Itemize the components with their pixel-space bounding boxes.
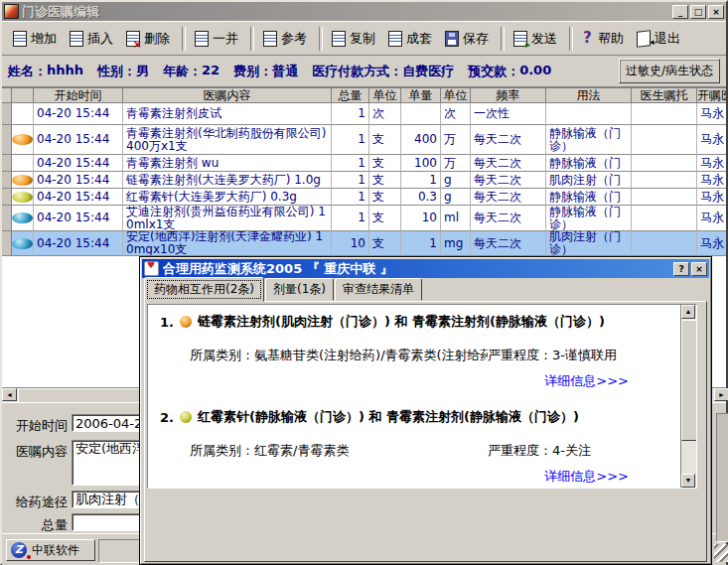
table-row[interactable]: 04-20 15:44 链霉素注射剂(大连美罗大药厂) 1.0g 1 支 1 g… [2, 172, 726, 189]
cell-usage[interactable] [546, 103, 632, 125]
cell-unit2[interactable]: ml [441, 206, 471, 231]
detail-info-link[interactable]: 详细信息>>> [158, 372, 680, 390]
cell-total[interactable]: 1 [332, 189, 369, 206]
cell-amount[interactable] [401, 103, 441, 125]
vscroll-thumb[interactable] [681, 320, 697, 441]
cell-doctor-note[interactable] [632, 155, 697, 172]
table-row[interactable]: 04-20 15:44 安定(地西泮)注射剂(天津金耀药业) 10mgx10支 … [2, 231, 726, 256]
toolbar-button[interactable]: 插入 [65, 26, 121, 52]
cell-frequency[interactable]: 每天二次 [471, 155, 546, 172]
cell-prescribing-doctor[interactable]: 马永 [697, 172, 726, 189]
cell-amount[interactable]: 10 [401, 206, 441, 231]
cell-order-content[interactable]: 青霉素注射剂(华北制药股份有限公司) 400万x1支 [123, 125, 332, 155]
toolbar-button[interactable]: 删除 [121, 26, 178, 52]
cell-frequency[interactable]: 每天二次 [471, 189, 546, 206]
cell-total[interactable]: 1 [332, 125, 369, 155]
cell-order-content[interactable]: 红霉素针(大连美罗大药厂) 0.3g [123, 189, 332, 206]
cell-unit1[interactable]: 支 [369, 155, 401, 172]
cell-usage[interactable]: 静脉输液（门 [546, 189, 632, 206]
cell-start-time[interactable]: 04-20 15:44 [34, 125, 123, 155]
cell-doctor-note[interactable] [632, 172, 697, 189]
cell-unit1[interactable]: 次 [369, 103, 401, 125]
dialog-close-button[interactable]: × [691, 262, 707, 276]
cell-amount[interactable]: 1 [401, 172, 441, 189]
toolbar-button[interactable]: 一并 [190, 26, 246, 52]
cell-amount[interactable]: 0.3 [401, 189, 441, 206]
cell-order-content[interactable]: 安定(地西泮)注射剂(天津金耀药业) 10mgx10支 [123, 231, 332, 256]
toolbar-button[interactable]: 成套 [383, 26, 440, 52]
cell-start-time[interactable]: 04-20 15:44 [34, 172, 123, 189]
cell-start-time[interactable]: 04-20 15:44 [34, 231, 123, 256]
toolbar-button[interactable]: 保存 [440, 26, 497, 52]
cell-usage[interactable]: 肌肉注射（门诊） [546, 231, 632, 256]
row-selector-cell[interactable] [2, 206, 12, 231]
toolbar-button[interactable]: 发送 [509, 26, 565, 52]
row-selector-cell[interactable] [2, 103, 12, 125]
table-row[interactable]: 04-20 15:44 红霉素针(大连美罗大药厂) 0.3g 1 支 0.3 g… [2, 189, 726, 206]
cell-prescribing-doctor[interactable]: 马永 [697, 125, 726, 155]
cell-usage[interactable]: 肌肉注射（门 [546, 172, 632, 189]
row-selector-cell[interactable] [2, 189, 12, 206]
cell-doctor-note[interactable] [632, 103, 697, 125]
row-selector-cell[interactable] [2, 231, 12, 256]
cell-prescribing-doctor[interactable]: 马永 [697, 155, 726, 172]
cell-unit1[interactable]: 支 [369, 206, 401, 231]
toolbar-button[interactable]: 参考 [258, 26, 315, 52]
cell-order-content[interactable]: 青霉素注射剂皮试 [123, 103, 332, 125]
cell-unit2[interactable]: 万 [441, 125, 471, 155]
cell-start-time[interactable]: 04-20 15:44 [34, 155, 123, 172]
cell-order-content[interactable]: 链霉素注射剂(大连美罗大药厂) 1.0g [123, 172, 332, 189]
row-selector-cell[interactable] [2, 172, 12, 189]
detail-info-link[interactable]: 详细信息>>> [158, 468, 680, 486]
toolbar-button[interactable]: 增加 [8, 26, 65, 52]
allergy-history-button[interactable]: 过敏史/病生状态 [619, 59, 720, 83]
cell-order-content[interactable]: 青霉素注射剂 wu [123, 155, 332, 172]
cell-frequency[interactable]: 每天二次 [471, 125, 546, 155]
table-row[interactable]: 04-20 15:44 艾迪注射剂(贵州益佰药业有限公司) 10mlx1支 1 … [2, 206, 726, 231]
cell-prescribing-doctor[interactable]: 马永 [697, 189, 726, 206]
cell-start-time[interactable]: 04-20 15:44 [34, 189, 123, 206]
cell-unit1[interactable]: 支 [369, 189, 401, 206]
maximize-button[interactable]: □ [690, 5, 706, 19]
minimize-button[interactable]: _ [672, 5, 688, 19]
cell-unit2[interactable]: g [441, 189, 471, 206]
row-selector-cell[interactable] [2, 125, 12, 155]
cell-usage[interactable]: 静脉输液（门诊） [546, 125, 632, 155]
row-selector-cell[interactable] [2, 155, 12, 172]
table-row[interactable]: 04-20 15:44 青霉素注射剂 wu 1 支 100 万 每天二次 静脉输… [2, 155, 726, 172]
cell-frequency[interactable]: 一次性 [471, 103, 546, 125]
table-row[interactable]: 04-20 15:44 青霉素注射剂(华北制药股份有限公司) 400万x1支 1… [2, 125, 726, 155]
cell-total[interactable]: 1 [332, 103, 369, 125]
cell-total[interactable]: 1 [332, 155, 369, 172]
cell-doctor-note[interactable] [632, 189, 697, 206]
cell-doctor-note[interactable] [632, 231, 697, 256]
table-row[interactable]: 04-20 15:44 青霉素注射剂皮试 1 次 次 一次性 马永 [2, 103, 726, 125]
cell-total[interactable]: 10 [332, 231, 369, 256]
scroll-up-icon[interactable]: ▲ [681, 305, 695, 319]
cell-doctor-note[interactable] [632, 206, 697, 231]
cell-amount[interactable]: 1 [401, 231, 441, 256]
cell-prescribing-doctor[interactable]: 马永 [697, 103, 726, 125]
scroll-left-icon[interactable]: ◄ [2, 388, 17, 401]
cell-doctor-note[interactable] [632, 125, 697, 155]
cell-prescribing-doctor[interactable]: 马永 [697, 206, 726, 231]
cell-amount[interactable]: 100 [401, 155, 441, 172]
scroll-right-icon[interactable]: ► [714, 388, 728, 401]
scroll-down-icon[interactable]: ▼ [681, 474, 695, 488]
cell-unit1[interactable]: 支 [369, 172, 401, 189]
toolbar-button[interactable]: 复制 [327, 26, 383, 52]
cell-unit2[interactable]: g [441, 172, 471, 189]
cell-total[interactable]: 1 [332, 206, 369, 231]
dialog-help-button[interactable]: ? [673, 262, 689, 276]
cell-frequency[interactable]: 每天二次 [471, 206, 546, 231]
dialog-vertical-scrollbar[interactable]: ▲ ▼ [680, 305, 696, 488]
cell-unit1[interactable]: 支 [369, 125, 401, 155]
cell-prescribing-doctor[interactable]: 马永 [697, 231, 726, 256]
cell-start-time[interactable]: 04-20 15:44 [34, 103, 123, 125]
cell-unit2[interactable]: 次 [441, 103, 471, 125]
cell-usage[interactable]: 静脉输液（门诊） [546, 206, 632, 231]
cell-unit1[interactable]: 支 [369, 231, 401, 256]
cell-usage[interactable]: 静脉输液（门 [546, 155, 632, 172]
cell-frequency[interactable]: 每天二次 [471, 231, 546, 256]
cell-order-content[interactable]: 艾迪注射剂(贵州益佰药业有限公司) 10mlx1支 [123, 206, 332, 231]
